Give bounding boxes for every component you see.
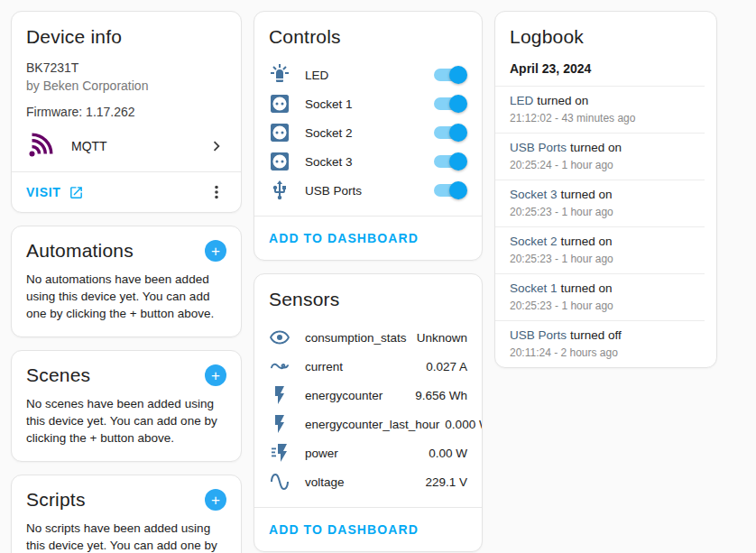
toggle-knob xyxy=(449,181,467,199)
toggle-switch[interactable] xyxy=(434,184,465,197)
scenes-card: Scenes + No scenes have been added using… xyxy=(11,350,242,462)
toggle-knob xyxy=(449,152,467,171)
automations-empty-text: No automations have been added using thi… xyxy=(12,268,241,336)
sensor-value: 0.000 Wh xyxy=(439,418,483,431)
log-time: 20:25:24 - 1 hour ago xyxy=(510,159,690,171)
control-label: Socket 1 xyxy=(305,97,353,111)
logbook-entry: USB Portsturned off 20:11:24 - 2 hours a… xyxy=(495,320,705,367)
control-label: Socket 2 xyxy=(305,126,353,140)
sensor-label: energycounter_last_hour xyxy=(305,418,439,431)
log-time: 20:25:23 - 1 hour ago xyxy=(510,253,690,265)
power-socket-icon xyxy=(269,151,290,172)
add-script-button[interactable]: + xyxy=(205,489,226,511)
control-row: Socket 3 xyxy=(254,147,482,176)
add-to-dashboard-button[interactable]: ADD TO DASHBOARD xyxy=(269,231,419,245)
log-time: 21:12:02 - 43 minutes ago xyxy=(510,112,690,124)
power-socket-icon xyxy=(269,93,290,115)
logbook-date-header: April 23, 2024 xyxy=(495,57,705,86)
entity-action: turned on xyxy=(537,94,588,107)
logbook-entries: LEDturned on 21:12:02 - 43 minutes ago U… xyxy=(495,86,705,367)
logbook-scroll-area: April 23, 2024 LEDturned on 21:12:02 - 4… xyxy=(495,57,716,367)
sensor-row[interactable]: current 0.027 A xyxy=(254,352,482,381)
control-label: LED xyxy=(305,69,328,82)
led-on-icon xyxy=(269,64,290,86)
entity-action: turned on xyxy=(570,141,622,154)
middle-column: Controls LED xyxy=(254,11,483,552)
scripts-empty-text: No scripts have been added using this de… xyxy=(12,517,241,553)
integration-row-mqtt[interactable]: MQTT xyxy=(12,121,241,171)
sensor-label: current xyxy=(305,360,343,373)
control-label: USB Ports xyxy=(305,184,362,198)
sensor-row[interactable]: consumption_stats Unknown xyxy=(254,323,482,352)
device-page: Device info BK7231T by Beken Corporation… xyxy=(0,0,756,553)
toggle-switch[interactable] xyxy=(434,126,465,139)
add-scene-button[interactable]: + xyxy=(205,364,226,386)
current-ac-icon xyxy=(269,355,290,377)
log-time: 20:25:23 - 1 hour ago xyxy=(510,300,690,312)
entity-link[interactable]: Socket 1 xyxy=(510,281,558,295)
sensors-footer: ADD TO DASHBOARD xyxy=(254,507,482,551)
entity-link[interactable]: Socket 2 xyxy=(510,235,558,248)
sensor-label: energycounter xyxy=(305,389,383,402)
controls-list: LED Socket 1 xyxy=(254,57,482,207)
toggle-knob xyxy=(449,124,467,142)
device-details: BK7231T by Beken Corporation Firmware: 1… xyxy=(12,57,241,121)
control-label: Socket 3 xyxy=(305,155,353,169)
device-info-title: Device info xyxy=(26,26,226,48)
sensor-row[interactable]: power 0.00 W xyxy=(254,438,482,467)
sensors-card: Sensors consumption_stats Unknown xyxy=(254,273,483,552)
toggle-knob xyxy=(449,95,467,113)
entity-action: turned on xyxy=(561,188,613,201)
open-in-new-icon xyxy=(69,185,84,200)
mqtt-icon xyxy=(26,133,53,160)
entity-action: turned on xyxy=(561,235,613,248)
entity-action: turned off xyxy=(570,328,622,342)
add-automation-button[interactable]: + xyxy=(205,240,226,262)
logbook-title: Logbook xyxy=(510,26,702,48)
controls-title: Controls xyxy=(269,26,467,48)
device-manufacturer: by Beken Corporation xyxy=(26,77,226,95)
toggle-knob xyxy=(449,66,467,84)
entity-link[interactable]: Socket 3 xyxy=(510,188,558,201)
entity-link[interactable]: LED xyxy=(510,94,533,107)
visit-button[interactable]: VISIT xyxy=(26,185,84,200)
sensor-value: 0.00 W xyxy=(423,447,467,460)
device-info-actions: VISIT xyxy=(12,171,241,212)
sensor-label: consumption_stats xyxy=(305,331,407,345)
sensor-value: 0.027 A xyxy=(420,360,467,373)
toggle-switch[interactable] xyxy=(434,69,465,81)
flash-icon xyxy=(269,413,290,435)
scripts-title: Scripts xyxy=(26,489,86,511)
usb-icon xyxy=(269,180,290,201)
sensor-row[interactable]: energycounter_last_hour 0.000 Wh xyxy=(254,410,482,438)
device-info-card: Device info BK7231T by Beken Corporation… xyxy=(11,11,242,213)
power-flash-icon xyxy=(269,442,290,464)
left-column: Device info BK7231T by Beken Corporation… xyxy=(11,11,242,553)
toggle-switch[interactable] xyxy=(434,155,465,168)
entity-link[interactable]: USB Ports xyxy=(510,328,567,342)
add-to-dashboard-button[interactable]: ADD TO DASHBOARD xyxy=(269,522,419,537)
logbook-entry: Socket 1turned on 20:25:23 - 1 hour ago xyxy=(495,273,705,320)
chevron-right-icon xyxy=(207,136,226,156)
device-firmware: Firmware: 1.17.262 xyxy=(26,103,226,121)
control-row: Socket 1 xyxy=(254,89,482,118)
sensor-value: Unknown xyxy=(411,331,467,345)
eye-icon xyxy=(269,327,290,348)
scenes-title: Scenes xyxy=(26,364,90,386)
automations-card: Automations + No automations have been a… xyxy=(11,226,242,337)
control-row: Socket 2 xyxy=(254,118,482,147)
sensor-row[interactable]: energycounter 9.656 Wh xyxy=(254,381,482,410)
logbook-entry: Socket 3turned on 20:25:23 - 1 hour ago xyxy=(495,180,705,226)
logbook-entry: USB Portsturned on 20:25:24 - 1 hour ago xyxy=(495,133,705,180)
controls-footer: ADD TO DASHBOARD xyxy=(254,216,482,260)
entity-link[interactable]: USB Ports xyxy=(510,141,567,154)
scenes-empty-text: No scenes have been added using this dev… xyxy=(12,392,241,461)
sensor-value: 9.656 Wh xyxy=(410,389,467,402)
integration-name: MQTT xyxy=(71,139,107,153)
logbook-entry: Socket 2turned on 20:25:23 - 1 hour ago xyxy=(495,226,705,273)
sensor-row[interactable]: voltage 229.1 V xyxy=(254,467,482,496)
logbook-card: Logbook April 23, 2024 LEDturned on 21:1… xyxy=(494,11,717,368)
logbook-entry: LEDturned on 21:12:02 - 43 minutes ago xyxy=(495,86,705,133)
toggle-switch[interactable] xyxy=(434,97,465,110)
more-options-button[interactable] xyxy=(207,182,226,202)
